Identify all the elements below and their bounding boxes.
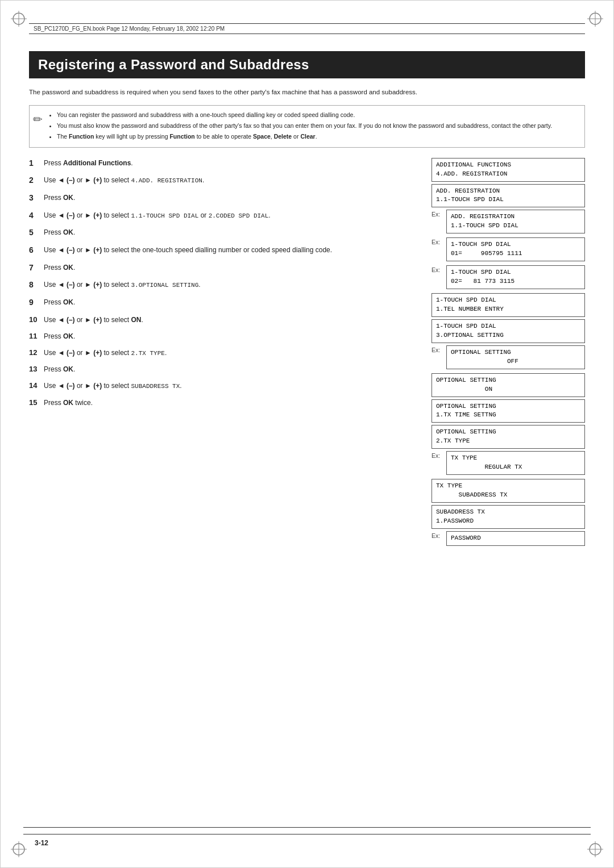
header-text: SB_PC1270D_FG_EN.book Page 12 Monday, Fe… — [34, 26, 225, 32]
footer-page-number: 3-12 — [35, 839, 48, 847]
step-num-5: 5 — [29, 227, 44, 239]
step-text-2: Use ◄ (–) or ► (+) to select 4.ADD. REGI… — [44, 175, 418, 187]
lcd-display-10: OPTIONAL SETTING 1.TX TIME SETTNG — [432, 399, 585, 423]
step-1: 1 Press Additional Functions. — [29, 158, 418, 170]
step-5: 5 Press OK. — [29, 227, 418, 239]
lcd-row-15: Ex: PASSWORD — [432, 531, 585, 546]
step-num-9: 9 — [29, 297, 44, 309]
step-9: 9 Press OK. — [29, 297, 418, 309]
lcd-display-14: SUBADDRESS TX 1.PASSWORD — [432, 505, 585, 529]
lcd-label-12: Ex: — [432, 451, 444, 459]
step-15: 15 Press OK twice. — [29, 398, 418, 408]
step-7: 7 Press OK. — [29, 262, 418, 274]
step-3: 3 Press OK. — [29, 193, 418, 205]
lcd-display-12: TX TYPE REGULAR TX — [446, 451, 585, 475]
step-text-8: Use ◄ (–) or ► (+) to select 3.OPTIONAL … — [44, 279, 418, 291]
lcd-row-3: Ex: ADD. REGISTRATION 1.1-TOUCH SPD DIAL — [432, 210, 585, 233]
step-num-7: 7 — [29, 262, 44, 274]
step-2: 2 Use ◄ (–) or ► (+) to select 4.ADD. RE… — [29, 175, 418, 187]
intro-text: The password and subaddress is required … — [29, 87, 585, 97]
step-text-12: Use ◄ (–) or ► (+) to select 2.TX TYPE. — [44, 348, 418, 358]
step-text-6: Use ◄ (–) or ► (+) to select the one-tou… — [44, 245, 418, 257]
footer-line-bottom — [23, 834, 591, 834]
step-num-11: 11 — [29, 331, 44, 342]
step-4: 4 Use ◄ (–) or ► (+) to select 1.1-TOUCH… — [29, 210, 418, 222]
step-text-3: Press OK. — [44, 193, 418, 205]
lcd-display-4: 1-TOUCH SPD DIAL 01= 905795 1111 — [446, 237, 585, 261]
lcd-display-9: OPTIONAL SETTING ON — [432, 373, 585, 397]
note-item-1: You can register the password and subadd… — [57, 110, 578, 120]
lcd-display-3: ADD. REGISTRATION 1.1-TOUCH SPD DIAL — [446, 210, 585, 233]
step-text-11: Press OK. — [44, 331, 418, 342]
lcd-row-12: Ex: TX TYPE REGULAR TX — [432, 451, 585, 475]
step-11: 11 Press OK. — [29, 331, 418, 342]
footer-line-top — [23, 827, 591, 828]
reg-mark-tr — [587, 11, 603, 27]
note-item-3: The Function key will light up by pressi… — [57, 132, 578, 141]
step-num-2: 2 — [29, 174, 44, 187]
step-num-12: 12 — [29, 347, 44, 358]
step-num-8: 8 — [29, 279, 44, 291]
step-num-1: 1 — [29, 157, 44, 170]
step-14: 14 Use ◄ (–) or ► (+) to select SUBADDRE… — [29, 381, 418, 391]
step-text-4: Use ◄ (–) or ► (+) to select 1.1-TOUCH S… — [44, 210, 418, 222]
step-num-3: 3 — [29, 192, 44, 205]
step-10: 10 Use ◄ (–) or ► (+) to select ON. — [29, 315, 418, 326]
step-num-13: 13 — [29, 364, 44, 375]
content-area: 1 Press Additional Functions. 2 Use ◄ (–… — [29, 158, 585, 548]
lcd-label-3: Ex: — [432, 210, 444, 218]
step-text-7: Press OK. — [44, 262, 418, 274]
lcd-display-2: ADD. REGISTRATION 1.1-TOUCH SPD DIAL — [432, 184, 585, 208]
step-12: 12 Use ◄ (–) or ► (+) to select 2.TX TYP… — [29, 348, 418, 358]
lcd-row-8: Ex: OPTIONAL SETTING OFF — [432, 345, 585, 369]
step-text-9: Press OK. — [44, 297, 418, 309]
note-item-2: You must also know the password and suba… — [57, 121, 578, 131]
step-text-10: Use ◄ (–) or ► (+) to select ON. — [44, 315, 418, 326]
header-bar: SB_PC1270D_FG_EN.book Page 12 Monday, Fe… — [29, 23, 585, 34]
step-text-15: Press OK twice. — [44, 398, 418, 408]
step-num-4: 4 — [29, 210, 44, 222]
lcd-display-13: TX TYPE SUBADDRESS TX — [432, 479, 585, 503]
steps-column: 1 Press Additional Functions. 2 Use ◄ (–… — [29, 158, 418, 414]
note-box: ✏ You can register the password and suba… — [29, 105, 585, 147]
step-text-5: Press OK. — [44, 227, 418, 239]
lcd-label-8: Ex: — [432, 345, 444, 353]
step-13: 13 Press OK. — [29, 364, 418, 375]
step-num-15: 15 — [29, 397, 44, 408]
lcd-row-4: Ex: 1-TOUCH SPD DIAL 01= 905795 1111 — [432, 237, 585, 261]
lcd-display-8: OPTIONAL SETTING OFF — [446, 345, 585, 369]
lcd-display-15: PASSWORD — [446, 531, 585, 546]
step-6: 6 Use ◄ (–) or ► (+) to select the one-t… — [29, 245, 418, 257]
lcd-label-15: Ex: — [432, 531, 444, 539]
note-icon: ✏ — [33, 110, 43, 128]
reg-mark-br — [587, 841, 603, 857]
step-text-1: Press Additional Functions. — [44, 158, 418, 170]
lcd-display-11: OPTIONAL SETTING 2.TX TYPE — [432, 425, 585, 449]
reg-mark-bl — [11, 841, 27, 857]
lcd-label-4: Ex: — [432, 237, 444, 245]
lcd-display-6: 1-TOUCH SPD DIAL 1.TEL NUMBER ENTRY — [432, 293, 585, 317]
step-num-6: 6 — [29, 244, 44, 257]
step-text-13: Press OK. — [44, 364, 418, 375]
lcd-display-1: ADDITIONAL FUNCTIONS 4.ADD. REGISTRATION — [432, 158, 585, 182]
reg-mark-tl — [11, 11, 27, 27]
lcd-display-5: 1-TOUCH SPD DIAL 02= 81 773 3115 — [446, 265, 585, 289]
display-column: ADDITIONAL FUNCTIONS 4.ADD. REGISTRATION… — [432, 158, 585, 548]
step-num-14: 14 — [29, 380, 44, 391]
lcd-row-5: Ex: 1-TOUCH SPD DIAL 02= 81 773 3115 — [432, 265, 585, 289]
step-8: 8 Use ◄ (–) or ► (+) to select 3.OPTIONA… — [29, 279, 418, 291]
page: SB_PC1270D_FG_EN.book Page 12 Monday, Fe… — [0, 0, 614, 868]
page-title: Registering a Password and Subaddress — [29, 51, 585, 78]
lcd-display-7: 1-TOUCH SPD DIAL 3.OPTIONAL SETTING — [432, 319, 585, 343]
note-list: You can register the password and subadd… — [57, 110, 578, 141]
step-num-10: 10 — [29, 314, 44, 326]
lcd-label-5: Ex: — [432, 265, 444, 273]
step-text-14: Use ◄ (–) or ► (+) to select SUBADDRESS … — [44, 381, 418, 391]
